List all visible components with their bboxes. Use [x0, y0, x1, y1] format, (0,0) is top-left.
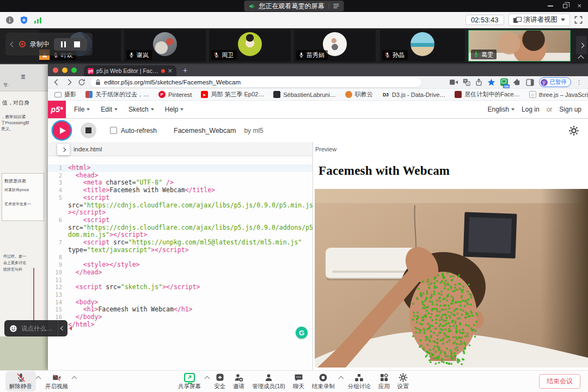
code-line[interactable]: 18 [48, 328, 313, 336]
restore-button[interactable] [563, 4, 567, 8]
sketch-name[interactable]: Facemesh_Webcam [174, 127, 236, 134]
login-link[interactable]: Log in [522, 106, 540, 113]
code-line[interactable]: 11 [48, 277, 313, 284]
dock-mic-muted-button[interactable]: 解除静音 [5, 371, 36, 391]
collapse-strip-button[interactable] [579, 53, 583, 63]
collapse-chat-button[interactable] [58, 320, 68, 336]
code-line[interactable]: dom.min.js"></script> [48, 231, 313, 239]
bookmark-star-icon[interactable] [487, 78, 495, 86]
code-line[interactable]: 6 <script [48, 217, 313, 224]
code-pane[interactable]: index.html 1<html>2 <head>3 <meta charse… [48, 142, 313, 370]
code-editor[interactable]: 1<html>2 <head>3 <meta charset="UTF-8" /… [48, 156, 313, 370]
participant-tile-4[interactable]: 苗秀娟 [294, 30, 376, 62]
language-select[interactable]: English [488, 106, 514, 113]
sidebar-expand-button[interactable] [57, 144, 70, 155]
code-line[interactable]: 13 [48, 291, 313, 299]
bookmark-6[interactable]: 职教云 [345, 90, 373, 99]
participant-tile-5[interactable]: 孙晶 [380, 30, 465, 62]
menu-edit[interactable]: Edit [101, 106, 118, 113]
dock-apps-button[interactable]: 应用 [375, 371, 394, 391]
minimize-button[interactable] [548, 5, 553, 7]
dock-breakout-button[interactable]: 分组讨论 [344, 371, 375, 391]
bookmark-5[interactable]: SébastienLabruni… [273, 91, 336, 98]
shield-settings-icon[interactable] [20, 16, 28, 24]
participant-tile-3[interactable]: 周卫 [209, 30, 291, 62]
reload-icon[interactable] [78, 78, 85, 86]
dock-share-screen-button[interactable]: 共享屏幕 [174, 371, 205, 391]
code-line[interactable]: 14 <body> [48, 299, 313, 307]
dock-members-button[interactable]: 管理成员(18) [248, 371, 289, 391]
code-line[interactable]: 15 <h1>Facemesh with Webcam</h1> [48, 306, 313, 314]
menu-file[interactable]: File [74, 106, 90, 113]
code-line[interactable]: 9 <style></style> [48, 261, 313, 269]
fullscreen-icon[interactable] [574, 16, 583, 24]
stop-button[interactable] [81, 122, 96, 138]
code-line[interactable]: 5 <script [48, 194, 313, 202]
view-mode-button[interactable]: 演讲者视图 [509, 14, 571, 26]
code-line[interactable]: 2 <head> [48, 172, 313, 180]
stop-recording-button[interactable] [74, 41, 80, 47]
dock-caret-icon[interactable] [338, 376, 344, 382]
extensions-puzzle-icon[interactable] [513, 78, 521, 87]
end-meeting-button[interactable]: 结束会议 [539, 374, 580, 389]
grammarly-icon[interactable]: G [296, 327, 308, 339]
browser-menu-icon[interactable]: ⋮ [576, 80, 582, 84]
mac-zoom-button[interactable] [71, 68, 77, 73]
code-line[interactable]: 1<html> [48, 164, 313, 172]
sidebar-icon[interactable] [526, 79, 534, 86]
menu-help[interactable]: Help [165, 106, 184, 113]
bookmark-7[interactable]: D3D3.js - Data-Drive… [382, 91, 445, 98]
profile-paused-badge[interactable]: y 已暂停 [539, 77, 572, 87]
info-icon[interactable] [5, 16, 14, 24]
dock-camera-off-button[interactable]: 开启视频 [41, 371, 72, 391]
collapse-recording-icon[interactable] [10, 41, 16, 47]
bookmark-3[interactable]: PPinterest [158, 91, 192, 98]
play-button[interactable] [53, 121, 71, 139]
code-line[interactable]: 16 </body> [48, 314, 313, 321]
network-signal-icon[interactable] [34, 16, 42, 24]
extension-on-icon[interactable]: ON [500, 78, 508, 86]
mac-close-button[interactable] [53, 68, 58, 73]
translate-icon[interactable]: 文 A [463, 78, 470, 86]
camera-permission-icon[interactable] [450, 79, 458, 85]
participant-tile-2[interactable]: 谢岚 [124, 30, 206, 62]
signup-link[interactable]: Sign up [559, 106, 581, 113]
code-line[interactable]: type="text/javascript"></script> [48, 247, 313, 254]
code-line[interactable]: 3 <meta charset="UTF-8" /> [48, 179, 313, 187]
share-icon[interactable] [475, 78, 482, 86]
preferences-gear-icon[interactable] [568, 125, 579, 136]
bookmark-4[interactable]: ▶局部 第三季 Ep02… [201, 90, 264, 99]
smiley-icon[interactable] [9, 324, 17, 333]
bookmark-1[interactable]: 摄影 [54, 90, 76, 99]
code-line[interactable]: 8 [48, 254, 313, 261]
url-bar[interactable]: editor.p5js.org/ml5/sketches/Facemesh_We… [90, 78, 421, 87]
new-tab-button[interactable]: + [183, 66, 187, 75]
dock-stop-record-button[interactable]: 结束录制 [308, 371, 339, 391]
dock-caret-icon[interactable] [72, 376, 77, 382]
banner-menu-icon[interactable] [329, 3, 340, 9]
back-icon[interactable] [53, 78, 60, 86]
dock-caret-icon[interactable] [36, 376, 41, 382]
p5-logo[interactable]: p5* [48, 101, 66, 118]
watching-banner[interactable]: 您正在观看葛雯的屏幕 [244, 1, 344, 11]
code-line[interactable]: ></script> [48, 209, 313, 217]
next-participants-button[interactable] [576, 36, 587, 54]
close-button[interactable]: × [577, 0, 581, 12]
forward-icon[interactable] [65, 78, 73, 86]
code-line[interactable]: 17</html> [48, 321, 313, 329]
dock-invite-button[interactable]: 邀请 [229, 371, 248, 391]
tab-close-icon[interactable]: ✕ [168, 68, 173, 75]
code-line[interactable]: src="https://cdnjs.cloudflare.com/ajax/l… [48, 224, 313, 232]
bookmark-2[interactable]: 关于纸张的过去，… [85, 90, 149, 99]
participant-tile-6[interactable]: 葛雯 [468, 30, 571, 62]
code-line[interactable]: 7 <script src="https://unpkg.com/ml5@lat… [48, 239, 313, 247]
bookmark-8[interactable]: 居住计划中的Face… [455, 90, 519, 99]
code-line[interactable]: src="https://cdnjs.cloudflare.com/ajax/l… [48, 202, 313, 210]
pause-recording-button[interactable] [61, 41, 66, 47]
mac-minimize-button[interactable] [62, 68, 68, 73]
dock-gear-button[interactable]: 设置 [394, 371, 413, 391]
dock-shield-button[interactable]: 安全 [210, 371, 229, 391]
menu-sketch[interactable]: Sketch [128, 106, 154, 113]
dock-caret-icon[interactable] [205, 376, 210, 382]
chat-input[interactable]: 说点什么… [4, 320, 58, 336]
